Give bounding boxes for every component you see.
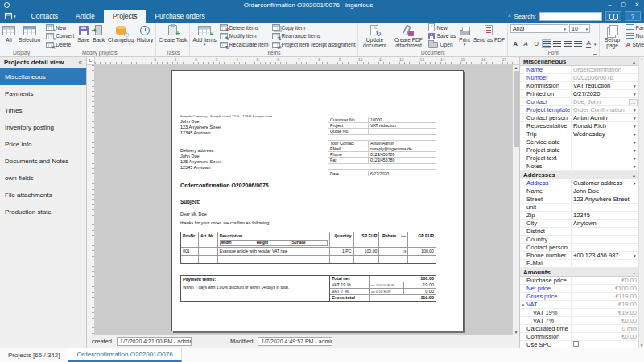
property-value[interactable]: 12345	[572, 212, 638, 219]
sidebar-item-production-state[interactable]: Production state	[0, 204, 86, 220]
create-pdf-attachment-button[interactable]: Create PDF attachment	[390, 23, 427, 49]
sidebar-item-documents-and-notes[interactable]: Documents and Notes	[0, 153, 86, 170]
chevron-down-icon[interactable]: ▾	[631, 181, 638, 186]
property-value[interactable]: Wednesday	[572, 130, 631, 138]
rearrange-items-button[interactable]: Rearrange items	[272, 32, 356, 40]
property-value[interactable]: Order Confirmation	[572, 106, 631, 113]
scroll-up-icon[interactable]: ▲	[514, 65, 518, 70]
chevron-down-icon[interactable]: ▾	[631, 140, 638, 145]
align-center-button[interactable]	[552, 39, 562, 48]
open-button[interactable]: Open	[428, 41, 456, 49]
property-value[interactable]: 123 Anywhere Street	[572, 195, 638, 203]
tab-purchase-orders[interactable]: Purchase orders	[146, 10, 213, 23]
collapse-section-icon[interactable]: ▴	[633, 59, 635, 64]
sidebar-item-price-info[interactable]: Price info	[0, 136, 86, 153]
add-items-button[interactable]: + Add items ▾	[191, 23, 217, 49]
styles-button[interactable]: AStyles	[626, 41, 644, 49]
create-task-button[interactable]: Create Task	[157, 23, 188, 49]
scroll-down-icon[interactable]: ▼	[640, 343, 643, 348]
tab-projects[interactable]: Projects	[104, 10, 147, 23]
chevron-down-icon[interactable]: ▾	[631, 132, 638, 137]
property-value[interactable]: Customer address	[572, 179, 631, 187]
copy-item-button[interactable]: Copy item	[272, 23, 356, 31]
align-right-button[interactable]	[563, 39, 572, 48]
selection-button[interactable]: Selection	[17, 23, 42, 49]
chevron-down-icon[interactable]: ▾	[631, 124, 638, 129]
save-as-button[interactable]: Save as	[428, 32, 456, 40]
send-as-pdf-button[interactable]: Send as PDF	[472, 23, 506, 49]
sidebar-collapse-icon[interactable]: «	[79, 59, 82, 66]
help-button[interactable]: ?	[625, 11, 641, 21]
sidebar-item-file-attachments[interactable]: File attachments	[0, 187, 86, 204]
changelog-button[interactable]: Changelog	[106, 23, 135, 49]
bold-button[interactable]: A	[510, 39, 520, 48]
property-value[interactable]: Doe, John	[572, 98, 629, 105]
update-document-button[interactable]: Update document	[359, 23, 390, 49]
tab-contacts[interactable]: Contacts	[23, 10, 68, 23]
search-button[interactable]	[605, 11, 621, 21]
chevron-down-icon[interactable]: ▾	[594, 42, 597, 47]
file-menu-button[interactable]: ▾	[0, 10, 23, 23]
setup-page-button[interactable]: Set up page	[601, 23, 625, 49]
document-page[interactable]: Sample Company - Sample street 1245 - 12…	[171, 70, 464, 331]
chevron-down-icon[interactable]: ▾	[631, 148, 638, 153]
chevron-down-icon[interactable]: ▾	[631, 156, 638, 161]
property-value[interactable]: VAT reduction	[572, 82, 631, 89]
maximize-button[interactable]: ▢	[617, 0, 630, 10]
font-family-select[interactable]: Arial▾	[510, 24, 568, 33]
section-amounts[interactable]: Amounts ▴	[520, 268, 638, 277]
font-color-button[interactable]: A	[584, 39, 593, 48]
chevron-down-icon[interactable]: ▾	[631, 253, 638, 258]
property-value[interactable]: O202006/0076	[572, 74, 638, 81]
collapse-section-icon[interactable]: ▴	[633, 172, 635, 178]
panel-scrollbar[interactable]: ▲ ▼	[638, 57, 644, 348]
collapse-ribbon-icon[interactable]: ^	[508, 14, 510, 19]
ellipsis-button[interactable]: ...	[629, 99, 638, 105]
sidebar-item-times[interactable]: Times	[0, 102, 86, 119]
modify-item-button[interactable]: Modify item	[220, 32, 269, 40]
new-project-button[interactable]: New	[46, 23, 74, 31]
section-addresses[interactable]: Addresses ▴	[520, 171, 638, 179]
save-button[interactable]: Save	[76, 23, 91, 49]
property-value[interactable]: Anton Admin	[572, 114, 631, 121]
scroll-up-icon[interactable]: ▲	[640, 57, 643, 61]
property-value[interactable]: +00 123 456 987	[572, 252, 631, 259]
property-value[interactable]: Orderconfirmation	[572, 66, 638, 73]
chevron-down-icon[interactable]: ▾	[631, 116, 638, 121]
history-button[interactable]: History	[135, 23, 155, 49]
bottom-tab-orderconfirmation[interactable]: Orderconfirmation O202001/0076	[68, 348, 181, 362]
chevron-down-icon[interactable]: ▾	[631, 164, 638, 169]
bottom-tab-projects[interactable]: Projects [65 / 342]	[0, 348, 68, 362]
receipt-assignment-button[interactable]: Project item receipt assignment	[272, 41, 356, 49]
italic-button[interactable]: A	[521, 39, 530, 48]
search-input[interactable]	[539, 12, 602, 21]
vertical-scrollbar[interactable]: ▲ ▼	[512, 65, 519, 335]
underline-button[interactable]: U	[531, 39, 541, 48]
delete-items-button[interactable]: Delete items	[220, 23, 269, 31]
convert-button[interactable]: Convert	[46, 32, 74, 40]
collapse-section-icon[interactable]: ▴	[633, 269, 635, 275]
back-button[interactable]: Back	[91, 23, 106, 49]
delete-button[interactable]: Delete	[46, 41, 74, 49]
minimize-button[interactable]: –	[603, 0, 617, 10]
paragraph-button[interactable]: Paragraph	[626, 23, 644, 31]
scrollbar-thumb[interactable]	[514, 71, 519, 147]
section-miscellaneous[interactable]: Miscellaneous ▴	[520, 57, 638, 66]
property-value[interactable]: 6/27/2020	[572, 90, 631, 97]
sidebar-item-payments[interactable]: Payments	[0, 85, 86, 102]
align-justify-button[interactable]	[573, 39, 583, 48]
close-button[interactable]: ✕	[630, 0, 644, 10]
property-value[interactable]: Ronald Rich	[572, 122, 631, 130]
font-size-select[interactable]: 10▾	[569, 24, 590, 33]
numbering-button[interactable]: Numbering	[626, 32, 644, 40]
align-left-button[interactable]	[542, 39, 551, 48]
chevron-down-icon[interactable]: ▾	[631, 84, 638, 88]
sidebar-item-miscellaneous[interactable]: Miscellaneous	[0, 68, 86, 85]
tab-selector-button[interactable]: L	[87, 57, 95, 64]
tab-article[interactable]: Article	[67, 10, 104, 23]
chevron-down-icon[interactable]: ▾	[631, 92, 638, 97]
new-document-button[interactable]: New	[428, 23, 456, 31]
recalculate-item-button[interactable]: Recalculate item	[220, 41, 269, 49]
sidebar-item-own-fields[interactable]: own fields	[0, 170, 86, 187]
chevron-down-icon[interactable]: ▾	[631, 108, 638, 113]
